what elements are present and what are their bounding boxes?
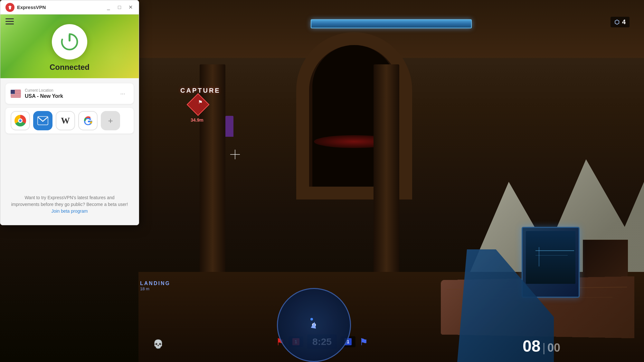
maximize-button[interactable]: □ <box>116 4 123 11</box>
vpn-logo-icon <box>5 3 14 12</box>
minimap-distance: 18 m <box>140 286 149 291</box>
svg-rect-9 <box>11 90 15 94</box>
vpn-logo-text: ExpressVPN <box>17 5 46 10</box>
left-pillar <box>200 64 225 290</box>
wikipedia-w-label: W <box>61 116 70 126</box>
vpn-window: ExpressVPN _ □ ✕ Connected <box>0 0 139 225</box>
capture-progress-bar <box>138 19 644 28</box>
capture-text: CAPTURE <box>180 87 221 94</box>
svg-rect-1 <box>69 34 71 42</box>
chrome-shortcut-button[interactable] <box>11 111 30 130</box>
close-button[interactable]: ✕ <box>127 4 134 11</box>
app-shortcuts: W + <box>5 108 134 134</box>
ammo-badge: ⬡ 4 <box>611 17 630 27</box>
hamburger-menu-button[interactable] <box>5 18 14 24</box>
minimap-label: LANDING <box>140 281 170 286</box>
power-icon <box>60 32 79 51</box>
location-card[interactable]: Current Location USA - New York ··· <box>5 83 134 104</box>
mail-icon <box>37 116 48 125</box>
vpn-body: Current Location USA - New York ··· <box>0 78 139 225</box>
vpn-titlebar: ExpressVPN _ □ ✕ <box>0 0 139 14</box>
svg-rect-6 <box>11 94 21 95</box>
crosshair <box>230 150 240 159</box>
wikipedia-shortcut-button[interactable]: W <box>56 111 75 130</box>
hud-blue-flag-icon: ⚑ <box>359 336 368 348</box>
scope-screen <box>526 231 575 284</box>
us-flag-icon <box>11 90 21 97</box>
ammo-reserve: 00 <box>547 341 560 355</box>
spacer <box>5 137 134 185</box>
right-pillar <box>374 64 399 290</box>
capture-distance: 34.9m <box>191 117 204 123</box>
svg-rect-7 <box>11 95 21 96</box>
ammo-separator: | <box>543 341 545 355</box>
svg-rect-8 <box>11 96 21 97</box>
location-label: Current Location <box>25 88 63 93</box>
location-value: USA - New York <box>25 93 63 99</box>
join-beta-link[interactable]: Join beta program <box>52 209 88 214</box>
vpn-power-button[interactable] <box>52 24 87 60</box>
vpn-footer: Want to try ExpressVPN's latest features… <box>5 189 134 220</box>
minimap <box>277 288 351 362</box>
vpn-logo-area: ExpressVPN <box>5 3 46 12</box>
location-info: Current Location USA - New York <box>25 88 63 99</box>
mail-shortcut-button[interactable] <box>33 111 52 130</box>
chrome-inner-circle <box>18 118 23 123</box>
minimize-button[interactable]: _ <box>105 4 112 11</box>
vpn-window-controls: _ □ ✕ <box>105 4 134 11</box>
minimap-container: LANDING 18 m <box>138 288 213 362</box>
add-shortcut-button[interactable]: + <box>101 111 120 130</box>
add-icon-label: + <box>108 116 113 126</box>
vpn-header: Connected <box>0 14 139 78</box>
google-shortcut-button[interactable] <box>78 111 98 130</box>
enemy-character <box>225 116 233 137</box>
ammo-display: 08 | 00 <box>523 337 560 356</box>
ammo-current: 08 <box>523 337 541 356</box>
google-icon <box>82 115 93 126</box>
vpn-status-label: Connected <box>50 63 90 72</box>
weapon-scope <box>522 227 580 298</box>
location-more-button[interactable]: ··· <box>117 88 128 99</box>
location-info-left: Current Location USA - New York <box>11 88 63 99</box>
vpn-promo-text: Want to try ExpressVPN's latest features… <box>11 194 128 208</box>
capture-bar-inner <box>311 19 472 28</box>
